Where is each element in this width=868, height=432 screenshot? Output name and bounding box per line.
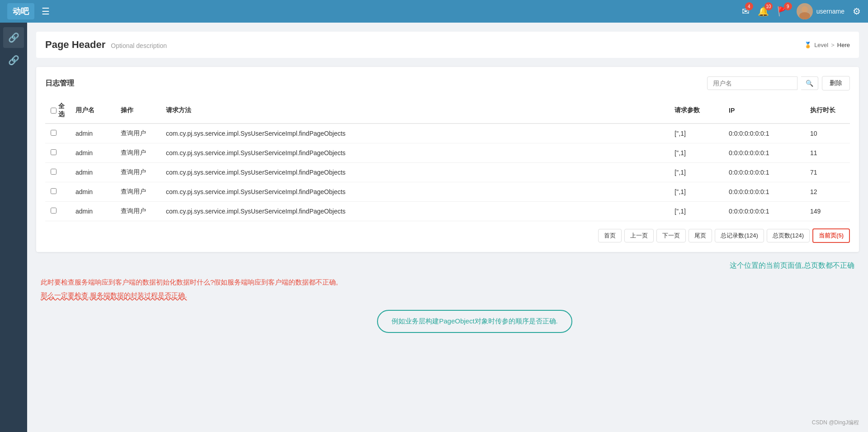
delete-button[interactable]: 删除 <box>822 76 850 90</box>
row-method: com.cy.pj.sys.service.impl.SysUserServic… <box>160 123 669 143</box>
page-description: Optional description <box>111 42 167 49</box>
col-header-action: 操作 <box>115 98 160 123</box>
row-duration: 10 <box>805 123 850 143</box>
row-ip: 0:0:0:0:0:0:0:1 <box>723 202 805 221</box>
oval-callout-wrap: 例如业务层构建PageObject对象时传参的顺序是否正确. <box>41 306 854 333</box>
settings-icon[interactable]: ⚙ <box>853 6 861 17</box>
row-checkbox[interactable] <box>51 149 57 155</box>
total-pages-info: 总页数(124) <box>767 229 810 242</box>
col-header-duration: 执行时长 <box>805 98 850 123</box>
table-row: admin 查询用户 com.cy.pj.sys.service.impl.Sy… <box>45 123 850 143</box>
table-row: admin 查询用户 com.cy.pj.sys.service.impl.Sy… <box>45 163 850 182</box>
row-duration: 71 <box>805 163 850 182</box>
annotation-red-line2: 那么一定要检查,服务端数据的封装过程是否正确. <box>41 291 187 299</box>
select-all-label[interactable]: 全选 <box>51 102 65 119</box>
row-ip: 0:0:0:0:0:0:0:1 <box>723 182 805 202</box>
last-page-button[interactable]: 尾页 <box>689 229 712 242</box>
row-params: ['',1] <box>669 202 723 221</box>
select-all-text: 全选 <box>58 102 65 119</box>
col-header-ip: IP <box>723 98 805 123</box>
col-header-method: 请求方法 <box>160 98 669 123</box>
row-params: ['',1] <box>669 163 723 182</box>
select-all-checkbox[interactable] <box>51 108 57 114</box>
main-content: Page Header Optional description 🏅 Level… <box>27 23 868 432</box>
avatar <box>797 3 813 19</box>
navbar: 动吧 ☰ ✉ 4 🔔 10 🚩 9 username ⚙ <box>0 0 868 23</box>
row-method: com.cy.pj.sys.service.impl.SysUserServic… <box>160 143 669 163</box>
brand-logo[interactable]: 动吧 <box>7 3 34 19</box>
row-action: 查询用户 <box>115 143 160 163</box>
row-username: admin <box>70 182 115 202</box>
log-table: 全选 用户名 操作 请求方法 请求参数 IP 执行时长 admin 查询用户 <box>45 98 850 221</box>
row-checkbox[interactable] <box>51 188 57 194</box>
col-header-checkbox: 全选 <box>45 98 70 123</box>
annotation-teal-top: 这个位置的当前页面值,总页数都不正确 <box>41 261 854 271</box>
row-checkbox-cell <box>45 202 70 221</box>
svg-point-1 <box>799 12 810 19</box>
row-method: com.cy.pj.sys.service.impl.SysUserServic… <box>160 163 669 182</box>
row-checkbox[interactable] <box>51 130 57 136</box>
row-action: 查询用户 <box>115 123 160 143</box>
page-header: Page Header Optional description 🏅 Level… <box>36 32 859 58</box>
row-method: com.cy.pj.sys.service.impl.SysUserServic… <box>160 202 669 221</box>
bell-badge: 10 <box>764 2 773 10</box>
row-duration: 149 <box>805 202 850 221</box>
search-button[interactable]: 🔍 <box>801 76 818 90</box>
next-page-button[interactable]: 下一页 <box>656 229 686 242</box>
row-method: com.cy.pj.sys.service.impl.SysUserServic… <box>160 182 669 202</box>
row-checkbox-cell <box>45 163 70 182</box>
row-action: 查询用户 <box>115 182 160 202</box>
breadcrumb-here: Here <box>837 42 850 48</box>
svg-point-0 <box>802 6 808 13</box>
row-params: ['',1] <box>669 123 723 143</box>
prev-page-button[interactable]: 上一页 <box>624 229 654 242</box>
row-ip: 0:0:0:0:0:0:0:1 <box>723 143 805 163</box>
mail-badge: 4 <box>745 2 753 10</box>
page-title: Page Header <box>45 39 105 51</box>
pagination: 首页 上一页 下一页 尾页 总记录数(124) 总页数(124) 当前页(5) <box>45 228 850 243</box>
first-page-button[interactable]: 首页 <box>598 229 622 242</box>
col-header-username: 用户名 <box>70 98 115 123</box>
row-action: 查询用户 <box>115 163 160 182</box>
sidebar-icon-1: 🔗 <box>8 32 19 43</box>
flag-badge: 9 <box>784 2 792 10</box>
annotation-area: 这个位置的当前页面值,总页数都不正确 此时要检查服务端响应到客户端的数据初始化数… <box>36 261 859 333</box>
user-menu[interactable]: username <box>797 3 844 19</box>
col-header-params: 请求参数 <box>669 98 723 123</box>
breadcrumb: 🏅 Level > Here <box>804 42 850 48</box>
row-ip: 0:0:0:0:0:0:0:1 <box>723 123 805 143</box>
sidebar-icon-2: 🔗 <box>8 55 19 66</box>
table-body: admin 查询用户 com.cy.pj.sys.service.impl.Sy… <box>45 123 850 221</box>
annotation-red-line1: 此时要检查服务端响应到客户端的数据初始化数据时什么?假如服务端响应到客户端的数据… <box>41 278 338 286</box>
log-management-card: 日志管理 🔍 删除 全选 用户名 操作 请 <box>36 67 859 252</box>
row-checkbox-cell <box>45 182 70 202</box>
card-header-right: 🔍 删除 <box>707 76 850 90</box>
row-username: admin <box>70 202 115 221</box>
mail-icon-wrap[interactable]: ✉ 4 <box>742 6 750 17</box>
menu-toggle[interactable]: ☰ <box>42 6 50 17</box>
row-ip: 0:0:0:0:0:0:0:1 <box>723 163 805 182</box>
total-records-info: 总记录数(124) <box>715 229 764 242</box>
csdn-watermark: CSDN @DingJ编程 <box>812 419 859 427</box>
page-header-left: Page Header Optional description <box>45 39 167 51</box>
sidebar-item-2[interactable]: 🔗 <box>3 50 24 71</box>
table-row: admin 查询用户 com.cy.pj.sys.service.impl.Sy… <box>45 182 850 202</box>
username-label: username <box>816 8 844 15</box>
row-checkbox[interactable] <box>51 169 57 175</box>
row-checkbox[interactable] <box>51 208 57 214</box>
breadcrumb-separator: > <box>831 42 835 48</box>
card-header: 日志管理 🔍 删除 <box>45 76 850 90</box>
table-row: admin 查询用户 com.cy.pj.sys.service.impl.Sy… <box>45 202 850 221</box>
table-row: admin 查询用户 com.cy.pj.sys.service.impl.Sy… <box>45 143 850 163</box>
search-input[interactable] <box>707 76 797 90</box>
card-title: 日志管理 <box>45 79 74 88</box>
annotation-red-text: 此时要检查服务端响应到客户端的数据初始化数据时什么?假如服务端响应到客户端的数据… <box>41 276 854 302</box>
row-checkbox-cell <box>45 143 70 163</box>
navbar-right: ✉ 4 🔔 10 🚩 9 username ⚙ <box>742 3 861 19</box>
bell-icon-wrap[interactable]: 🔔 10 <box>758 6 769 17</box>
flag-icon-wrap[interactable]: 🚩 9 <box>777 6 788 17</box>
row-params: ['',1] <box>669 182 723 202</box>
row-action: 查询用户 <box>115 202 160 221</box>
sidebar-item-1[interactable]: 🔗 <box>3 27 24 48</box>
row-username: admin <box>70 123 115 143</box>
